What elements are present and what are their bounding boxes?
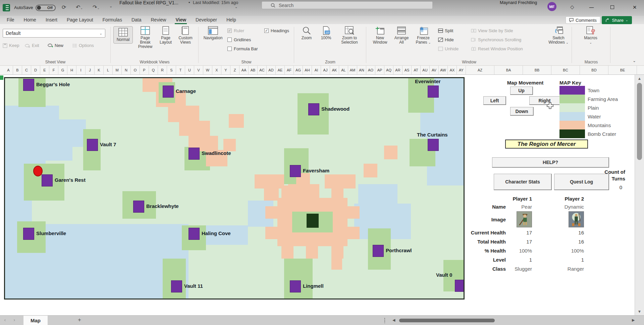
column-header-O[interactable]: O bbox=[131, 66, 140, 74]
map-town-square[interactable] bbox=[189, 148, 200, 160]
navigation-button[interactable]: Navigation bbox=[202, 26, 224, 40]
tab-formulas[interactable]: Formulas bbox=[98, 16, 127, 24]
tab-view[interactable]: View bbox=[171, 16, 191, 24]
sheet-nav-right-icon[interactable]: › bbox=[13, 317, 15, 323]
map-town-square[interactable] bbox=[373, 245, 384, 257]
column-header-T[interactable]: T bbox=[176, 66, 185, 74]
quick-access-menu-icon[interactable]: ⌄ bbox=[109, 4, 112, 8]
column-header-AB[interactable]: AB bbox=[249, 66, 258, 74]
column-header-AA[interactable]: AA bbox=[239, 66, 249, 74]
save-icon[interactable]: ⟳ bbox=[62, 4, 66, 10]
ruler-checkbox[interactable]: Ruler bbox=[227, 28, 244, 33]
search-input[interactable]: Search bbox=[262, 1, 433, 9]
normal-view-button[interactable]: Normal bbox=[113, 26, 133, 44]
column-header-BA[interactable]: BA bbox=[494, 66, 523, 74]
column-header-AH[interactable]: AH bbox=[303, 66, 312, 74]
column-header-AU[interactable]: AU bbox=[421, 66, 430, 74]
horizontal-scroll-thumb[interactable] bbox=[399, 319, 495, 322]
player-marker[interactable] bbox=[33, 166, 43, 176]
help-button[interactable]: HELP? bbox=[492, 157, 609, 168]
column-header-AG[interactable]: AG bbox=[294, 66, 303, 74]
unhide-button[interactable]: Unhide bbox=[438, 46, 459, 51]
split-button[interactable]: Split bbox=[438, 28, 453, 33]
map-town-square[interactable] bbox=[133, 201, 144, 213]
undo-icon[interactable]: ↶⌄ bbox=[76, 4, 83, 10]
scroll-down-icon[interactable]: ▼ bbox=[635, 310, 644, 313]
column-header-R[interactable]: R bbox=[158, 66, 167, 74]
tab-home[interactable]: Home bbox=[19, 16, 41, 24]
column-header-AV[interactable]: AV bbox=[430, 66, 439, 74]
options-button[interactable]: Options bbox=[72, 43, 94, 48]
tab-data[interactable]: Data bbox=[127, 16, 146, 24]
map-town-square[interactable] bbox=[87, 139, 98, 151]
scroll-up-icon[interactable]: ▲ bbox=[635, 77, 644, 80]
map-town-square[interactable] bbox=[23, 79, 34, 91]
column-header-H[interactable]: H bbox=[67, 66, 76, 74]
redo-icon[interactable]: ↷⌄ bbox=[93, 4, 100, 10]
map-town-square[interactable] bbox=[455, 280, 465, 292]
column-header-Z[interactable]: Z bbox=[230, 66, 239, 74]
add-sheet-button[interactable]: + bbox=[78, 317, 81, 323]
map-town-square[interactable] bbox=[23, 228, 34, 240]
avatar[interactable]: MF bbox=[547, 2, 556, 11]
hide-button[interactable]: Hide bbox=[438, 37, 454, 42]
column-header-AM[interactable]: AM bbox=[348, 66, 357, 74]
share-button[interactable]: Share ⌄ bbox=[602, 16, 632, 24]
character-stats-button[interactable]: Character Stats bbox=[494, 174, 552, 190]
map-town-square[interactable] bbox=[42, 174, 53, 186]
view-side-by-side-button[interactable]: View Side by Side bbox=[471, 28, 513, 33]
map-town-square[interactable] bbox=[189, 228, 200, 240]
autosave-toggle[interactable]: Off bbox=[36, 5, 56, 11]
hscroll-left-icon[interactable]: ◀ bbox=[392, 318, 395, 322]
vertical-scroll-thumb[interactable] bbox=[637, 83, 642, 160]
zoom-100-button[interactable]: 100 100% bbox=[318, 26, 334, 40]
column-header-AP[interactable]: AP bbox=[375, 66, 384, 74]
sheet-view-dropdown[interactable]: Default ⌄ bbox=[3, 29, 105, 38]
new-sheet-view-button[interactable]: New bbox=[48, 43, 63, 48]
chevron-down-icon[interactable]: ⌄ bbox=[235, 5, 237, 9]
zoom-to-selection-button[interactable]: Zoom to Selection bbox=[337, 26, 362, 45]
keep-button[interactable]: Keep bbox=[3, 43, 19, 48]
column-header-V[interactable]: V bbox=[194, 66, 203, 74]
tab-file[interactable]: File bbox=[2, 16, 19, 24]
switch-windows-button[interactable]: Switch Windows ⌄ bbox=[547, 26, 570, 45]
column-header-AS[interactable]: AS bbox=[402, 66, 412, 74]
move-down-button[interactable]: Down bbox=[510, 107, 534, 116]
headings-checkbox[interactable]: Headings bbox=[264, 28, 289, 33]
map-town-square[interactable] bbox=[171, 280, 182, 292]
map-town-square[interactable] bbox=[308, 103, 319, 115]
page-layout-button[interactable]: Page Layout bbox=[157, 26, 174, 45]
comments-button[interactable]: Comments bbox=[566, 16, 600, 24]
column-header-AT[interactable]: AT bbox=[412, 66, 421, 74]
column-header-AF[interactable]: AF bbox=[285, 66, 294, 74]
move-right-button[interactable]: Right bbox=[529, 96, 560, 105]
tab-insert[interactable]: Insert bbox=[41, 16, 62, 24]
close-icon[interactable]: ✕ bbox=[633, 4, 637, 10]
column-header-D[interactable]: D bbox=[31, 66, 40, 74]
macros-button[interactable]: Macros⌄ bbox=[581, 26, 601, 45]
synchronous-scrolling-button[interactable]: Synchronous Scrolling bbox=[471, 37, 521, 42]
column-header-AI[interactable]: AI bbox=[312, 66, 321, 74]
map-town-square[interactable] bbox=[290, 280, 301, 292]
column-header-AZ[interactable]: AZ bbox=[466, 66, 494, 74]
column-header-AR[interactable]: AR bbox=[393, 66, 402, 74]
column-header-AC[interactable]: AC bbox=[258, 66, 267, 74]
column-header-AN[interactable]: AN bbox=[357, 66, 366, 74]
freeze-panes-button[interactable]: ✳ Freeze Panes ⌄ bbox=[413, 26, 433, 45]
tab-developer[interactable]: Developer bbox=[191, 16, 222, 24]
column-header-BE[interactable]: BE bbox=[608, 66, 637, 74]
tab-review[interactable]: Review bbox=[146, 16, 171, 24]
tab-page-layout[interactable]: Page Layout bbox=[62, 16, 98, 24]
last-modified-label[interactable]: Last Modified: 15m ago bbox=[193, 0, 238, 5]
column-header-I[interactable]: I bbox=[76, 66, 86, 74]
custom-views-button[interactable]: Custom Views bbox=[176, 26, 195, 45]
column-header-W[interactable]: W bbox=[203, 66, 212, 74]
map-town-square[interactable] bbox=[290, 165, 301, 177]
map-town-square[interactable] bbox=[163, 86, 174, 98]
column-header-M[interactable]: M bbox=[113, 66, 122, 74]
move-up-button[interactable]: Up bbox=[510, 87, 533, 95]
column-header-AX[interactable]: AX bbox=[448, 66, 457, 74]
column-header-F[interactable]: F bbox=[49, 66, 58, 74]
column-header-AK[interactable]: AK bbox=[330, 66, 339, 74]
column-header-AY[interactable]: AY bbox=[457, 66, 466, 74]
